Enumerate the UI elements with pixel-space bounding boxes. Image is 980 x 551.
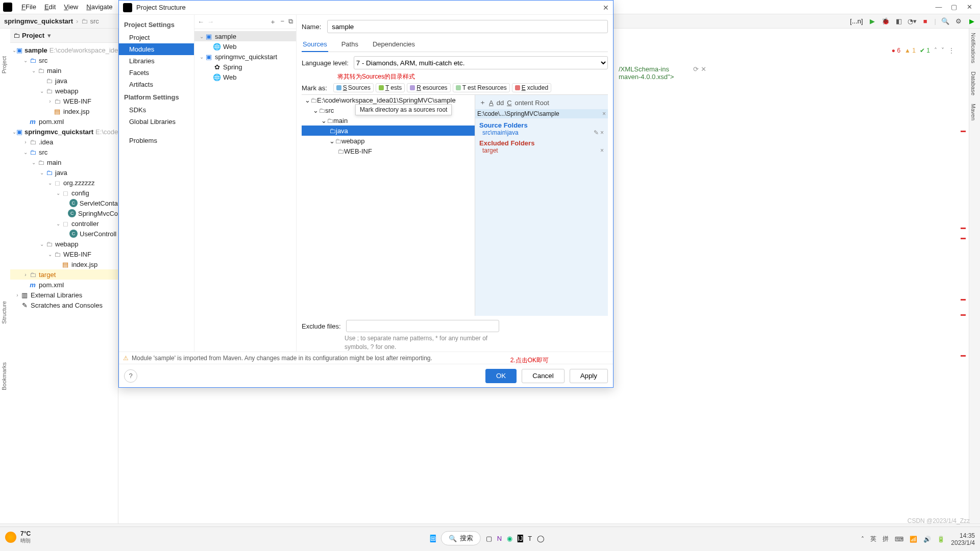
text-icon[interactable]: T <box>528 535 532 542</box>
side-tab-structure[interactable]: Structure <box>1 301 7 324</box>
debug-icon[interactable]: 🐞 <box>881 17 890 26</box>
stop-icon[interactable]: ■ <box>921 17 929 26</box>
tree-row[interactable]: ⌄◻controller <box>10 218 118 229</box>
project-tree[interactable]: ⌄▣sampleE:\code\workspace_ide⌄🗀src⌄🗀main… <box>10 43 118 312</box>
view-mode-dropdown-icon[interactable]: ▾ <box>47 32 51 39</box>
taskview-icon[interactable]: ▢ <box>486 535 492 542</box>
content-tree-row[interactable]: 🗀java <box>302 126 475 136</box>
tree-row[interactable]: CSpringMvcCo <box>10 208 118 218</box>
taskbar-search[interactable]: 🔍搜索 <box>441 531 481 545</box>
ime-lang[interactable]: 英 <box>870 535 876 543</box>
back-icon[interactable]: ← <box>198 18 204 26</box>
tab-dependencies[interactable]: Dependencies <box>372 38 416 52</box>
menu-navigate[interactable]: Navigate <box>82 2 116 12</box>
cat-artifacts[interactable]: Artifacts <box>119 79 194 90</box>
cat-modules[interactable]: Modules <box>119 43 194 55</box>
mark-excluded[interactable]: Excluded <box>512 83 551 92</box>
profile-icon[interactable]: ◔▾ <box>908 17 916 26</box>
wifi-icon[interactable]: 📶 <box>910 536 917 543</box>
tree-row[interactable]: CServletConta <box>10 198 118 208</box>
side-tab-project[interactable]: Project <box>1 56 7 73</box>
menu-file[interactable]: FFile <box>17 2 40 12</box>
language-level-select[interactable]: 7 - Diamonds, ARM, multi-catch etc. <box>354 56 608 69</box>
side-tab-database[interactable]: Database <box>969 67 977 99</box>
tree-row[interactable]: ✎Scratches and Consoles <box>10 300 118 310</box>
tree-row[interactable]: ⌄▣springmvc_quickstartE:\code <box>10 127 118 137</box>
tree-row[interactable]: ⌄◻org.zzzzzz <box>10 178 118 188</box>
mark-tests[interactable]: Tests <box>376 83 405 92</box>
tree-row[interactable]: ⌄🗀WEB-INF <box>10 249 118 259</box>
menu-edit[interactable]: Edit <box>40 2 60 12</box>
cat-sdks[interactable]: SDKs <box>119 104 194 116</box>
mark-sources[interactable]: SSources <box>333 83 374 92</box>
ime-options-icon[interactable]: ⌨ <box>895 536 903 543</box>
remove-root-icon[interactable]: × <box>602 110 606 117</box>
clock-date[interactable]: 2023/1/4 <box>951 539 975 546</box>
tree-row[interactable]: ▤index.jsp <box>10 106 118 116</box>
module-tree-row[interactable]: ⌄▣sample <box>194 31 296 41</box>
tab-sources[interactable]: Sources <box>302 38 328 52</box>
close-icon[interactable]: ✕ <box>966 3 973 11</box>
edge-icon[interactable]: ◉ <box>507 535 512 542</box>
tree-row[interactable]: ▤index.jsp <box>10 259 118 269</box>
dialog-close-icon[interactable]: ✕ <box>603 4 609 12</box>
apply-button[interactable]: Apply <box>570 369 608 383</box>
cat-project[interactable]: Project <box>119 32 194 43</box>
tree-row[interactable]: ⌄🗀main <box>10 65 118 76</box>
tree-row[interactable]: ⌄🗀webapp <box>10 239 118 249</box>
fwd-icon[interactable]: → <box>207 18 214 26</box>
coverage-icon[interactable]: ◧ <box>895 17 903 26</box>
tree-row[interactable]: CUserControll <box>10 229 118 239</box>
add-icon[interactable]: ＋ <box>270 17 276 27</box>
module-tree-row[interactable]: 🌐Web <box>194 72 296 82</box>
remove-icon[interactable]: − <box>280 17 284 27</box>
clock-time[interactable]: 14:35 <box>951 532 975 539</box>
search-icon[interactable]: 🔍 <box>941 17 949 26</box>
tree-row[interactable]: ⌄🗀src <box>10 147 118 157</box>
cat-facets[interactable]: Facets <box>119 67 194 79</box>
tree-row[interactable]: ⌄🗀main <box>10 157 118 167</box>
tree-row[interactable]: ›🗀.idea <box>10 137 118 147</box>
cancel-button[interactable]: Cancel <box>522 369 565 383</box>
cat-problems[interactable]: Problems <box>119 135 194 146</box>
minimize-icon[interactable]: — <box>935 3 942 11</box>
exclude-files-input[interactable] <box>346 320 499 332</box>
collapse-down-icon[interactable]: ˅ <box>941 47 944 54</box>
volume-icon[interactable]: 🔊 <box>923 536 931 543</box>
tree-row[interactable]: ›🗀target <box>10 269 118 280</box>
content-root-tree[interactable]: ⌄🗀E:\code\workspace_idea01\SpringMVC\sam… <box>302 95 475 316</box>
weather-icon[interactable] <box>5 532 16 543</box>
collapse-up-icon[interactable]: ˄ <box>934 47 937 54</box>
tree-row[interactable]: ›🗀WEB-INF <box>10 96 118 106</box>
side-tab-bookmarks[interactable]: Bookmarks <box>1 362 7 390</box>
breadcrumb-src[interactable]: src <box>90 17 99 25</box>
breadcrumb-project[interactable]: springmvc_quickstart <box>4 17 73 25</box>
battery-icon[interactable]: 🔋 <box>937 536 945 543</box>
tree-row[interactable]: mpom.xml <box>10 280 118 290</box>
tree-row[interactable]: ⌄🗀webapp <box>10 86 118 96</box>
mark-resources[interactable]: Resources <box>407 83 450 92</box>
tray-chevron-icon[interactable]: ˄ <box>861 536 864 543</box>
tree-row[interactable]: ⌄▣sampleE:\code\workspace_ide <box>10 45 118 55</box>
run-icon[interactable]: ▶ <box>868 17 876 26</box>
tree-row[interactable]: 🗀java <box>10 76 118 86</box>
ok-button[interactable]: OK <box>485 369 517 383</box>
help-button[interactable]: ? <box>124 369 137 383</box>
ok-badge[interactable]: ✔ 1 <box>920 47 930 54</box>
module-tree-row[interactable]: ✿Spring <box>194 62 296 72</box>
side-tab-maven[interactable]: Maven <box>969 99 977 124</box>
content-tree-row[interactable]: ⌄🗀webapp <box>302 136 475 146</box>
module-tree-row[interactable]: ⌄▣springmvc_quickstart <box>194 52 296 62</box>
excluded-folder-value[interactable]: target× <box>482 147 604 154</box>
tree-row[interactable]: ›▥External Libraries <box>10 290 118 300</box>
onenote-icon[interactable]: N <box>497 535 502 542</box>
module-name-input[interactable] <box>327 20 608 33</box>
source-folder-value[interactable]: src\main\java✎ × <box>482 129 604 136</box>
tree-row[interactable]: ⌄🗀src <box>10 55 118 65</box>
cat-libraries[interactable]: Libraries <box>119 55 194 67</box>
more-icon[interactable]: ⋮ <box>948 47 954 54</box>
chrome-icon[interactable]: ◯ <box>537 535 545 542</box>
ide-icon[interactable]: IJ <box>518 535 523 542</box>
maximize-icon[interactable]: ▢ <box>950 3 958 11</box>
side-tab-notifications[interactable]: Notifications <box>969 29 977 67</box>
